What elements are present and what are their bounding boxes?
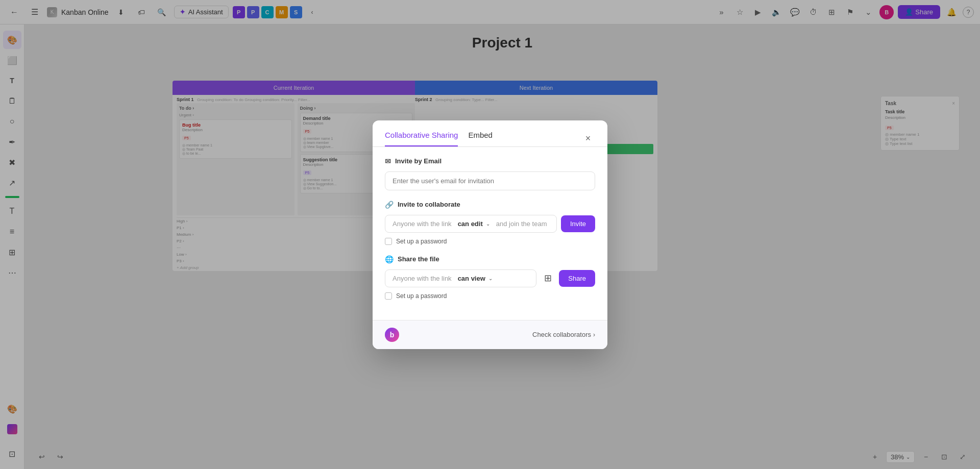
invite-link-suffix: and join the team	[496, 220, 547, 228]
invite-password-label[interactable]: Set up a password	[396, 238, 447, 245]
share-row: Anyone with the link can view ⌄ ⊞ Share	[385, 269, 595, 287]
sharing-modal: Collaborative Sharing Embed × ✉ Invite b…	[373, 120, 607, 349]
modal-footer: b Check collaborators ›	[373, 320, 607, 349]
tab-collaborative-sharing[interactable]: Collaborative Sharing	[385, 131, 458, 146]
invite-link-field[interactable]: Anyone with the link can edit ⌄ and join…	[385, 215, 557, 233]
email-input[interactable]	[385, 171, 595, 190]
modal-overlay[interactable]: Collaborative Sharing Embed × ✉ Invite b…	[0, 0, 980, 469]
envelope-icon: ✉	[385, 157, 391, 165]
invite-permission-dropdown-icon[interactable]: ⌄	[486, 221, 490, 227]
qr-code-button[interactable]: ⊞	[541, 271, 555, 285]
invite-button[interactable]: Invite	[561, 215, 595, 232]
share-password-label[interactable]: Set up a password	[396, 292, 447, 300]
modal-header: Collaborative Sharing Embed ×	[373, 120, 607, 146]
share-link-field[interactable]: Anyone with the link can view ⌄	[385, 269, 536, 287]
invite-collab-section-label: 🔗 Invite to collaborate	[385, 201, 595, 209]
share-link-prefix: Anyone with the link	[393, 275, 452, 282]
tab-embed[interactable]: Embed	[468, 131, 493, 146]
link-icon: 🔗	[385, 201, 394, 209]
modal-tabs: Collaborative Sharing Embed	[385, 131, 503, 146]
modal-body: ✉ Invite by Email 🔗 Invite to collaborat…	[373, 147, 607, 320]
invite-password-row: Set up a password	[385, 238, 595, 245]
share-password-row: Set up a password	[385, 292, 595, 300]
modal-close-button[interactable]: ×	[581, 131, 595, 145]
globe-icon: 🌐	[385, 255, 394, 263]
check-collab-arrow-icon: ›	[593, 331, 595, 338]
invite-email-section-label: ✉ Invite by Email	[385, 157, 595, 165]
share-password-checkbox[interactable]	[385, 292, 392, 300]
share-link-permission: can view	[458, 275, 485, 282]
share-permission-dropdown-icon[interactable]: ⌄	[488, 276, 493, 281]
invite-link-prefix: Anyone with the link	[393, 220, 452, 228]
invite-link-permission: can edit	[458, 220, 483, 228]
check-collaborators-link[interactable]: Check collaborators ›	[532, 331, 595, 338]
invite-password-checkbox[interactable]	[385, 238, 392, 245]
share-file-section-label: 🌐 Share the file	[385, 255, 595, 263]
footer-logo: b	[385, 328, 399, 342]
invite-row: Anyone with the link can edit ⌄ and join…	[385, 215, 595, 233]
share-modal-button[interactable]: Share	[559, 270, 595, 287]
